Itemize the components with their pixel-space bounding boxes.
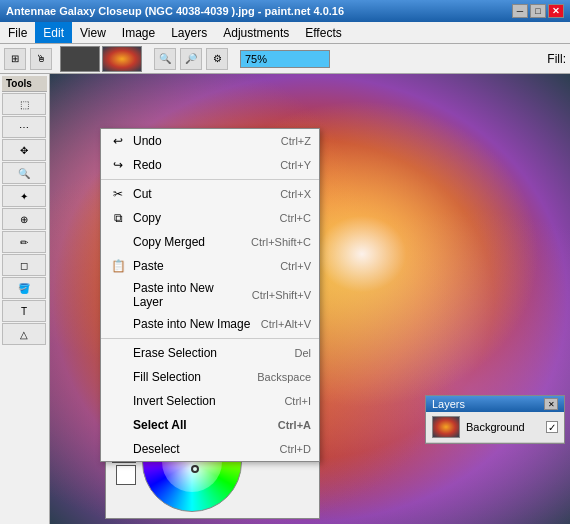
invert-selection-icon bbox=[109, 392, 127, 410]
menu-file[interactable]: File bbox=[0, 22, 35, 43]
tools-header: Tools bbox=[2, 76, 47, 92]
tool-text[interactable]: T bbox=[2, 300, 46, 322]
menu-adjustments[interactable]: Adjustments bbox=[215, 22, 297, 43]
secondary-color-swatch[interactable] bbox=[116, 465, 136, 485]
copy-label: Copy bbox=[133, 211, 272, 225]
redo-icon: ↪ bbox=[109, 156, 127, 174]
zoom-icon-3[interactable]: ⚙ bbox=[206, 48, 228, 70]
zoom-area bbox=[240, 50, 330, 68]
invert-selection-label: Invert Selection bbox=[133, 394, 276, 408]
cut-icon: ✂ bbox=[109, 185, 127, 203]
tools-panel: Tools ⬚ ⋯ ✥ 🔍 ✦ ⊕ ✏ ◻ 🪣 T △ bbox=[0, 74, 50, 524]
layer-thumbnail bbox=[432, 416, 460, 438]
menu-layers[interactable]: Layers bbox=[163, 22, 215, 43]
layers-header: Layers ✕ bbox=[426, 396, 564, 412]
layers-panel: Layers ✕ Background ✓ bbox=[425, 395, 565, 444]
deselect-label: Deselect bbox=[133, 442, 272, 456]
cut-shortcut: Ctrl+X bbox=[280, 188, 311, 200]
menu-deselect[interactable]: Deselect Ctrl+D bbox=[101, 437, 319, 461]
menu-undo[interactable]: ↩ Undo Ctrl+Z bbox=[101, 129, 319, 153]
paste-new-layer-label: Paste into New Layer bbox=[133, 281, 244, 309]
thumbnail-2 bbox=[102, 46, 142, 72]
menu-bar: File Edit View Image Layers Adjustments … bbox=[0, 22, 570, 44]
menu-edit[interactable]: Edit bbox=[35, 22, 72, 43]
menu-fill-selection[interactable]: Fill Selection Backspace bbox=[101, 365, 319, 389]
select-all-icon bbox=[109, 416, 127, 434]
fill-selection-icon bbox=[109, 368, 127, 386]
menu-paste-new-layer[interactable]: Paste into New Layer Ctrl+Shift+V bbox=[101, 278, 319, 312]
tool-eraser[interactable]: ◻ bbox=[2, 254, 46, 276]
redo-shortcut: Ctrl+Y bbox=[280, 159, 311, 171]
tool-clone[interactable]: ⊕ bbox=[2, 208, 46, 230]
menu-cut[interactable]: ✂ Cut Ctrl+X bbox=[101, 182, 319, 206]
canvas-area: ↩ Undo Ctrl+Z ↪ Redo Ctrl+Y ✂ Cut Ctrl+X… bbox=[50, 74, 570, 524]
copy-merged-label: Copy Merged bbox=[133, 235, 243, 249]
thumbnail-1 bbox=[60, 46, 100, 72]
erase-selection-shortcut: Del bbox=[294, 347, 311, 359]
tool-magic-wand[interactable]: ✦ bbox=[2, 185, 46, 207]
zoom-icon-2[interactable]: 🔎 bbox=[180, 48, 202, 70]
toolbar-icon-1[interactable]: ⊞ bbox=[4, 48, 26, 70]
layer-row-background[interactable]: Background ✓ bbox=[426, 412, 564, 443]
zoom-input[interactable] bbox=[240, 50, 330, 68]
undo-shortcut: Ctrl+Z bbox=[281, 135, 311, 147]
menu-paste-new-image[interactable]: Paste into New Image Ctrl+Alt+V bbox=[101, 312, 319, 336]
copy-icon: ⧉ bbox=[109, 209, 127, 227]
paste-layer-icon bbox=[109, 286, 127, 304]
tool-brush[interactable]: ✏ bbox=[2, 231, 46, 253]
tool-zoom[interactable]: 🔍 bbox=[2, 162, 46, 184]
menu-erase-selection[interactable]: Erase Selection Del bbox=[101, 341, 319, 365]
deselect-shortcut: Ctrl+D bbox=[280, 443, 311, 455]
copy-merged-icon bbox=[109, 233, 127, 251]
paste-icon: 📋 bbox=[109, 257, 127, 275]
copy-merged-shortcut: Ctrl+Shift+C bbox=[251, 236, 311, 248]
menu-invert-selection[interactable]: Invert Selection Ctrl+I bbox=[101, 389, 319, 413]
deselect-icon bbox=[109, 440, 127, 458]
main-area: Tools ⬚ ⋯ ✥ 🔍 ✦ ⊕ ✏ ◻ 🪣 T △ ↩ Undo Ctrl+… bbox=[0, 74, 570, 524]
layer-visibility-check[interactable]: ✓ bbox=[546, 421, 558, 433]
tool-fill[interactable]: 🪣 bbox=[2, 277, 46, 299]
color-wheel-cursor bbox=[191, 465, 199, 473]
edit-dropdown-menu: ↩ Undo Ctrl+Z ↪ Redo Ctrl+Y ✂ Cut Ctrl+X… bbox=[100, 128, 320, 462]
cut-label: Cut bbox=[133, 187, 272, 201]
paste-image-icon bbox=[109, 315, 127, 333]
zoom-icon-1[interactable]: 🔍 bbox=[154, 48, 176, 70]
menu-copy-merged[interactable]: Copy Merged Ctrl+Shift+C bbox=[101, 230, 319, 254]
tool-move[interactable]: ✥ bbox=[2, 139, 46, 161]
close-button[interactable]: ✕ bbox=[548, 4, 564, 18]
invert-selection-shortcut: Ctrl+I bbox=[284, 395, 311, 407]
menu-paste[interactable]: 📋 Paste Ctrl+V bbox=[101, 254, 319, 278]
menu-copy[interactable]: ⧉ Copy Ctrl+C bbox=[101, 206, 319, 230]
separator-2 bbox=[101, 338, 319, 339]
minimize-button[interactable]: ─ bbox=[512, 4, 528, 18]
toolbar-icon-2[interactable]: 🖱 bbox=[30, 48, 52, 70]
paste-label: Paste bbox=[133, 259, 272, 273]
undo-icon: ↩ bbox=[109, 132, 127, 150]
paste-new-image-shortcut: Ctrl+Alt+V bbox=[261, 318, 311, 330]
select-all-label: Select All bbox=[133, 418, 270, 432]
menu-effects[interactable]: Effects bbox=[297, 22, 349, 43]
menu-redo[interactable]: ↪ Redo Ctrl+Y bbox=[101, 153, 319, 177]
fill-selection-shortcut: Backspace bbox=[257, 371, 311, 383]
undo-label: Undo bbox=[133, 134, 273, 148]
layers-close-button[interactable]: ✕ bbox=[544, 398, 558, 410]
layers-title: Layers bbox=[432, 398, 465, 410]
menu-select-all[interactable]: Select All Ctrl+A bbox=[101, 413, 319, 437]
tool-shapes[interactable]: △ bbox=[2, 323, 46, 345]
thumbnail-area bbox=[60, 46, 142, 72]
tool-select-rect[interactable]: ⬚ bbox=[2, 93, 46, 115]
toolbar: ⊞ 🖱 🔍 🔎 ⚙ Fill: bbox=[0, 44, 570, 74]
title-bar-buttons: ─ □ ✕ bbox=[512, 4, 564, 18]
erase-selection-icon bbox=[109, 344, 127, 362]
maximize-button[interactable]: □ bbox=[530, 4, 546, 18]
menu-view[interactable]: View bbox=[72, 22, 114, 43]
paste-new-image-label: Paste into New Image bbox=[133, 317, 253, 331]
separator-1 bbox=[101, 179, 319, 180]
paste-shortcut: Ctrl+V bbox=[280, 260, 311, 272]
select-all-shortcut: Ctrl+A bbox=[278, 419, 311, 431]
fill-label: Fill: bbox=[547, 52, 566, 66]
window-title: Antennae Galaxy Closeup (NGC 4038-4039 )… bbox=[6, 5, 512, 17]
fill-selection-label: Fill Selection bbox=[133, 370, 249, 384]
menu-image[interactable]: Image bbox=[114, 22, 163, 43]
tool-select-lasso[interactable]: ⋯ bbox=[2, 116, 46, 138]
